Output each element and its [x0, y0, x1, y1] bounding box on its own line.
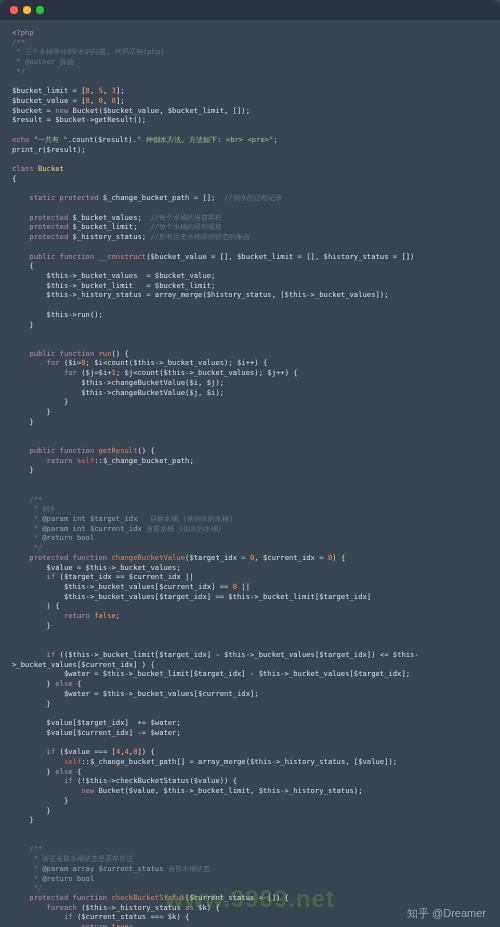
stmt: $bucket = [12, 106, 55, 115]
comment: /** [12, 38, 25, 47]
php-open: <?php [12, 28, 34, 37]
fn: getResult [94, 446, 137, 455]
brace: } [12, 699, 51, 708]
kw-if: if [12, 747, 55, 756]
str: "一共有 " [34, 135, 68, 144]
brace: { [12, 174, 16, 183]
stmt: $bucket_value = [ [12, 96, 86, 105]
stmt: print_r($result); [12, 145, 86, 154]
kw: static protected [12, 193, 99, 202]
kw: protected [12, 232, 68, 241]
stmt: Bucket($value, $this->_bucket_limit, $th… [94, 786, 362, 795]
stmt: >_bucket_values[$current_idx] ) { [12, 660, 155, 669]
kw-class: class [12, 164, 34, 173]
self: self [73, 456, 95, 465]
comment: * [12, 874, 42, 883]
stmt: ; [116, 611, 120, 620]
classname: Bucket [34, 164, 64, 173]
comment: /** [12, 844, 42, 853]
comment: 当前水桶状态 [163, 864, 209, 873]
brace: } [12, 397, 68, 406]
brace: { [12, 261, 34, 270]
comment: * [12, 524, 42, 533]
self: self [12, 757, 81, 766]
stmt: Bucket($bucket_value, $bucket_limit, [])… [68, 106, 250, 115]
code-area: <?php /** * 三个水桶等分8升水的问题, 代码示例(php) * @a… [0, 20, 500, 927]
params: () { [138, 446, 155, 455]
comment-tag: @param int $current_idx [42, 524, 142, 533]
comment: * @author 薛扬 [12, 57, 74, 66]
comment: */ [12, 67, 25, 76]
brace: { [73, 679, 82, 688]
stmt: $value[$target_idx] += $water; [12, 718, 181, 727]
comment: //每个水桶的当前容积 [150, 213, 222, 222]
comment-tag: @param int $target_idx [42, 514, 137, 523]
params: ($current_status = []) { [185, 893, 289, 902]
stmt: $value = $this->_bucket_values; [12, 563, 181, 572]
params: ) { [332, 553, 345, 562]
stmt: $result = $bucket->getResult(); [12, 115, 146, 124]
kw-foreach: foreach [12, 903, 77, 912]
params: () { [112, 349, 129, 358]
stmt: $this->changeBucketValue($i, $j); [12, 378, 224, 387]
var: $_history_status; [68, 232, 150, 241]
code-body: <?php /** * 三个水桶等分8升水的问题, 代码示例(php) * @a… [12, 28, 488, 927]
brace: } [12, 796, 68, 805]
kw-echo: echo [12, 135, 34, 144]
bool: false [90, 611, 116, 620]
close-icon[interactable] [10, 6, 18, 14]
kw: public function [12, 446, 94, 455]
comment: * [12, 514, 42, 523]
kw-if: if [12, 776, 73, 785]
editor-window: <?php /** * 三个水桶等分8升水的问题, 代码示例(php) * @a… [0, 0, 500, 927]
comment-tag: @param array $current_status [42, 864, 163, 873]
stmt: $water = $this->_bucket_limit[$target_id… [12, 669, 410, 678]
kw-if: if [12, 912, 73, 921]
sep: , [103, 96, 112, 105]
fn: __construct [94, 252, 146, 261]
brace: } [12, 465, 34, 474]
stmt: ; $j<count($this->_bucket_values); $j++)… [116, 368, 298, 377]
brace: } [12, 806, 51, 815]
kw-for: for [12, 358, 60, 367]
stmt: $water = $this->_bucket_values[$current_… [12, 689, 259, 698]
comment: //所有历史水桶容积状态的集合 [150, 232, 250, 241]
str: " 种倒水方法, 方法如下: <br> <pre>" [137, 135, 274, 144]
stmt: $this->_history_status = array_merge($hi… [12, 290, 388, 299]
kw-return: return [12, 456, 73, 465]
params: , $current_idx = [254, 553, 328, 562]
fn: changeBucketValue [107, 553, 185, 562]
stmt: $k) { [194, 903, 220, 912]
attribution: 知乎 @Dreamer [407, 906, 486, 921]
sep: ]; [116, 86, 125, 95]
stmt: || [237, 582, 250, 591]
minimize-icon[interactable] [23, 6, 31, 14]
sep: , [90, 86, 99, 95]
stmt: ($this->_history_status [77, 903, 185, 912]
var: $_bucket_limit; [68, 222, 150, 231]
brace: ) { [12, 601, 60, 610]
comment: 目标水桶 (被倒水的水桶) [138, 514, 234, 523]
maximize-icon[interactable] [36, 6, 44, 14]
stmt: ($target_idx == $current_idx || [55, 572, 193, 581]
comment: * [12, 864, 42, 873]
fn: checkBucketStatus [107, 893, 185, 902]
kw: protected [12, 222, 68, 231]
kw: public function [12, 252, 94, 261]
stmt: ($j=$i+ [77, 368, 112, 377]
stmt: ; [273, 135, 277, 144]
brace: } [12, 679, 55, 688]
fn: run [94, 349, 111, 358]
var: $_change_bucket_path = []; [99, 193, 225, 202]
kw-else: else [55, 679, 72, 688]
brace: } [12, 407, 51, 416]
kw-else: else [55, 767, 72, 776]
kw: public function [12, 349, 94, 358]
kw-as: as [185, 903, 194, 912]
kw-for: for [12, 368, 77, 377]
comment: * 三个水桶等分8升水的问题, 代码示例(php) [12, 47, 165, 56]
kw-if: if [12, 572, 55, 581]
sep: , [90, 96, 99, 105]
sep: , [103, 86, 112, 95]
var: $_bucket_values; [68, 213, 150, 222]
